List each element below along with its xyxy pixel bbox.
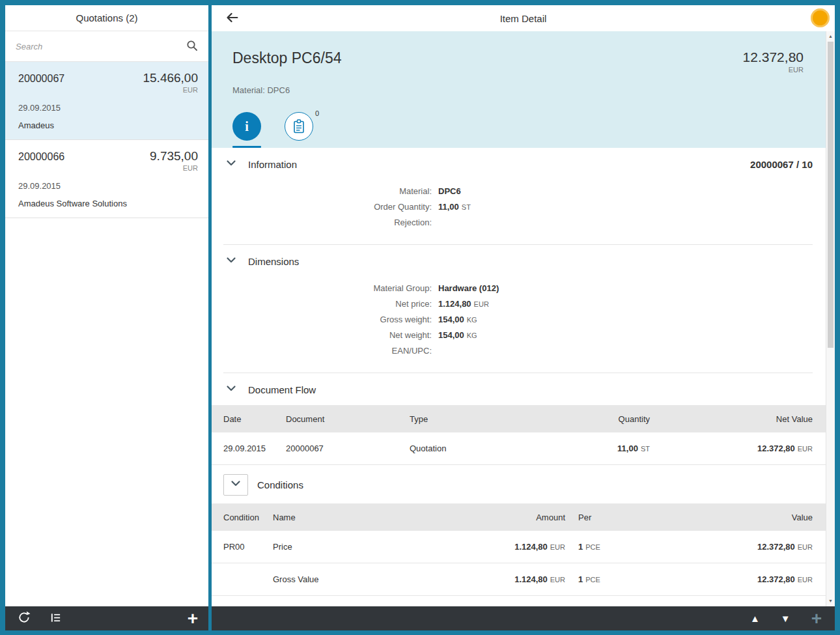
search-button[interactable] (184, 37, 201, 56)
quotation-date: 29.09.2015 (18, 103, 198, 113)
chevron-down-icon (231, 480, 241, 490)
column-header: Date (223, 414, 286, 424)
field-value: 154,00KG (438, 330, 813, 340)
field-label: Order Quantity: (223, 202, 432, 212)
field-value: DPC6 (438, 186, 813, 196)
refresh-icon (17, 610, 31, 627)
table-row: PR00 Price 1.124,80EUR 1PCE 12.372,80EUR (212, 531, 826, 563)
section-header-dimensions: Dimensions (212, 245, 826, 277)
object-header: Desktop PC6/54 12.372,80 EUR Material: D… (212, 31, 826, 148)
scrollbar-down-arrow[interactable]: ▼ (826, 598, 835, 604)
list-item[interactable]: 20000066 9.735,00 EUR 29.09.2015 Amadeus… (5, 140, 208, 218)
cell-value: 12.372,80EUR (650, 574, 813, 584)
master-footer: + (5, 606, 208, 630)
column-header: Amount (415, 513, 565, 522)
quotation-id: 20000067 (18, 73, 64, 85)
document-item-reference: 20000067 / 10 (750, 159, 813, 170)
master-panel: Quotations (2) 20000067 15.466,00 EUR 2 (5, 5, 208, 606)
conditions-table-header: Condition Name Amount Per Value (212, 503, 826, 531)
notes-icon (285, 112, 313, 141)
field-value (438, 218, 813, 227)
cell-amount: 1.124,80EUR (415, 574, 565, 584)
column-header: Name (273, 513, 415, 522)
list-item[interactable]: 20000067 15.466,00 EUR 29.09.2015 Amadeu… (5, 62, 208, 140)
back-button[interactable] (222, 8, 242, 29)
section-header-information: Information 20000067 / 10 (212, 148, 826, 180)
add-quotation-button[interactable]: + (188, 610, 198, 628)
section-title: Information (248, 159, 297, 170)
section-header-conditions: Conditions (212, 465, 826, 503)
field-label: Gross weight: (223, 315, 432, 324)
back-arrow-icon (223, 9, 240, 28)
information-form: Material: DPC6 Order Quantity: 11,00ST R… (212, 180, 826, 244)
field-label: Rejection: (223, 218, 432, 227)
quotation-amount: 15.466,00 (143, 71, 198, 85)
field-value: 154,00KG (438, 315, 813, 324)
footer-bar: + ▲ ▼ + (5, 606, 835, 630)
search-input[interactable] (16, 42, 184, 51)
field-value: 1.124,80EUR (438, 299, 813, 309)
page-title: Item Detail (212, 13, 835, 24)
object-price: 12.372,80 EUR (743, 49, 804, 74)
section-title: Document Flow (248, 384, 316, 395)
object-price-number: 12.372,80 (743, 49, 804, 65)
scrollbar-thumb[interactable] (828, 42, 833, 348)
field-label: Material: (223, 186, 432, 196)
field-value: 11,00ST (438, 202, 813, 212)
column-header: Value (650, 513, 813, 522)
column-header: Per (565, 513, 650, 522)
cell-quantity: 11,00ST (533, 444, 650, 453)
object-subtitle: Material: DPC6 (232, 85, 804, 95)
scrollbar-track[interactable]: ▲ ▼ (826, 31, 835, 606)
chevron-down-icon (226, 160, 236, 169)
quotation-currency: EUR (18, 164, 198, 172)
cell-name: Gross Value (273, 574, 415, 584)
table-row[interactable]: 29.09.2015 20000067 Quotation 11,00ST 12… (212, 432, 826, 465)
detail-footer: ▲ ▼ + (212, 606, 835, 630)
field-label: Material Group: (223, 283, 432, 293)
collapse-conditions-button[interactable] (223, 474, 248, 496)
quotation-date: 29.09.2015 (18, 181, 198, 191)
tab-notes[interactable]: 0 (285, 112, 313, 148)
info-icon: i (232, 112, 261, 141)
object-price-currency: EUR (743, 66, 804, 74)
tab-information[interactable]: i (232, 112, 261, 148)
previous-item-button[interactable]: ▲ (750, 613, 760, 624)
field-label: Net weight: (223, 330, 432, 340)
chevron-down-icon (226, 385, 236, 395)
collapse-document-flow-button[interactable] (223, 382, 239, 397)
next-item-button[interactable]: ▼ (781, 613, 791, 624)
add-item-button[interactable]: + (811, 610, 822, 628)
cell-condition: PR00 (223, 542, 273, 552)
search-icon (186, 40, 198, 53)
detail-scroll-area: Desktop PC6/54 12.372,80 EUR Material: D… (212, 31, 826, 606)
cell-name: Price (273, 542, 415, 552)
quotation-currency: EUR (18, 86, 198, 94)
scrollbar-up-arrow[interactable]: ▲ (826, 33, 835, 40)
refresh-button[interactable] (17, 610, 31, 627)
chevron-down-icon (226, 257, 236, 266)
log-button[interactable] (49, 612, 62, 626)
detail-panel: Item Detail Desktop PC6/54 12.372,80 EUR… (212, 5, 835, 606)
object-title: Desktop PC6/54 (232, 49, 341, 67)
cell-document: 20000067 (286, 444, 410, 453)
section-title: Dimensions (248, 256, 299, 267)
master-empty-area (5, 218, 208, 606)
column-header: Document (286, 414, 410, 424)
cell-per: 1PCE (565, 574, 650, 584)
cell-per: 1PCE (565, 542, 650, 552)
dimensions-form: Material Group: Hardware (012) Net price… (212, 277, 826, 373)
detail-content: Information 20000067 / 10 Material: DPC6… (212, 148, 826, 606)
quotation-amount: 9.735,00 (150, 149, 198, 163)
collapse-information-button[interactable] (223, 157, 239, 172)
column-header: Net Value (650, 414, 813, 424)
quotation-list: 20000067 15.466,00 EUR 29.09.2015 Amadeu… (5, 62, 208, 218)
quotation-customer: Amadeus (18, 120, 198, 130)
selected-tab-underline (232, 146, 261, 148)
section-header-document-flow: Document Flow (212, 373, 826, 405)
field-value: Hardware (012) (438, 283, 813, 293)
collapse-dimensions-button[interactable] (223, 254, 239, 269)
master-title: Quotations (2) (5, 5, 208, 31)
account-button[interactable] (811, 8, 830, 27)
field-label: Net price: (223, 299, 432, 309)
